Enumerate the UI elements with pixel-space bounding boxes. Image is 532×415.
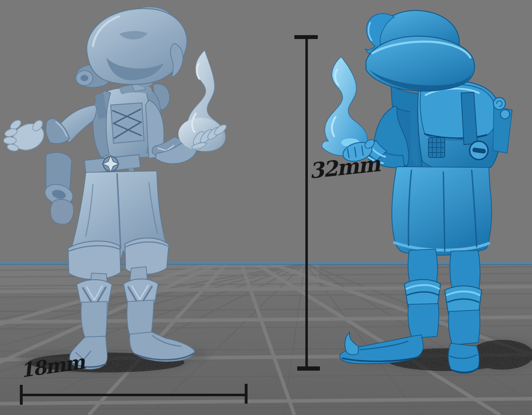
height-measure-bottom-cap [297, 366, 320, 371]
scene-canvas: 32mm 18mm [0, 0, 532, 415]
3d-viewport[interactable]: 32mm 18mm [0, 0, 532, 415]
back-woven-pouch [428, 138, 445, 157]
back-coat-skirt [392, 167, 492, 255]
width-measure-right-cap [245, 384, 248, 404]
width-measure-line [21, 394, 247, 396]
height-measure-line [305, 37, 308, 369]
